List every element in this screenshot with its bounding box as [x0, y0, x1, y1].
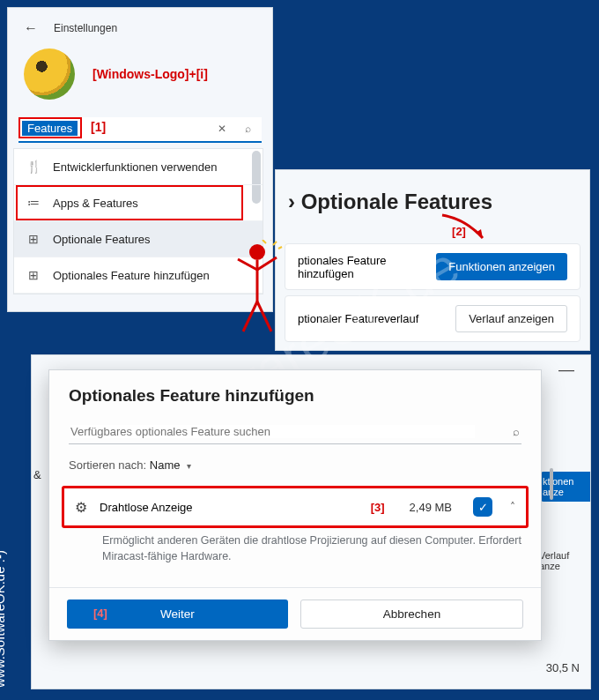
search-row: Features [1] ✕ ⌕ — [18, 117, 262, 143]
cancel-button[interactable]: Abbrechen — [300, 599, 523, 629]
puzzle-icon: ⚙ — [75, 499, 87, 516]
result-apps-features[interactable]: ≔ Apps & Features — [14, 185, 263, 221]
dialog-footer: [4] Weiter Abbrechen — [49, 587, 541, 640]
settings-title: Einstellungen — [54, 22, 117, 34]
result-label: Optionales Feature hinzufügen — [53, 269, 210, 282]
feature-history-label: ptionaler Featureverlauf — [298, 312, 418, 325]
feature-item-size: 2,49 MB — [410, 501, 452, 514]
feature-item-wireless-display[interactable]: ⚙ Drahtlose Anzeige [3] 2,49 MB ✓ ˄ — [62, 486, 529, 528]
settings-search-panel: ← Einstellungen [Windows-Logo]+[i] Featu… — [7, 7, 273, 312]
add-feature-dialog: Optionales Feature hinzufügen ⌕ Sortiere… — [48, 369, 542, 641]
annotation-2: [2] — [329, 225, 589, 238]
bg-scrollbar[interactable] — [550, 468, 553, 500]
result-label: Optionale Features — [53, 233, 151, 246]
breadcrumb: › Optionale Features — [276, 170, 589, 228]
chevron-down-icon: ▾ — [187, 461, 191, 471]
optional-features-panel: › Optionale Features [2] ptionales Featu… — [275, 169, 590, 351]
feature-item-name: Drahtlose Anzeige — [100, 501, 346, 514]
sort-row[interactable]: Sortieren nach: Name ▾ — [49, 453, 541, 480]
result-add-optional-feature[interactable]: ⊞ Optionales Feature hinzufügen — [14, 257, 263, 294]
shortcut-annotation: [Windows-Logo]+[i] — [92, 67, 208, 81]
result-developer-functions[interactable]: 🍴 Entwicklerfunktionen verwenden — [14, 149, 263, 185]
collapse-icon[interactable]: — — [558, 361, 574, 379]
bg-button-fragment-2[interactable]: Verlauf anze — [537, 547, 590, 574]
feature-search-input[interactable] — [70, 425, 475, 438]
result-label: Entwicklerfunktionen verwenden — [53, 160, 217, 174]
back-arrow-icon[interactable]: ← — [24, 20, 38, 36]
annotation-4: [4] — [93, 607, 107, 620]
bg-button-fragment-1[interactable]: ktionen anze — [541, 472, 590, 502]
add-feature-label: ptionales Feature hinzufügen — [298, 254, 436, 280]
search-selection: Features — [22, 121, 78, 136]
feature-checkbox[interactable]: ✓ — [473, 497, 492, 517]
sort-value: Name — [150, 458, 181, 472]
annotation-1: [1] — [91, 120, 106, 134]
add-feature-row: ptionales Feature hinzufügen Funktionen … — [285, 243, 581, 290]
apps-icon: ≔ — [26, 196, 41, 210]
clear-icon[interactable]: ✕ — [218, 123, 226, 135]
result-optional-features[interactable]: ⊞ Optionale Features — [14, 221, 263, 257]
breadcrumb-current: Optionale Features — [301, 190, 492, 213]
show-functions-button[interactable]: Funktionen anzeigen — [436, 253, 567, 280]
breadcrumb-sep: › — [288, 190, 295, 213]
developer-icon: 🍴 — [26, 160, 41, 174]
search-results: 🍴 Entwicklerfunktionen verwenden ≔ Apps … — [13, 148, 263, 294]
dialog-search-row: ⌕ — [69, 420, 521, 444]
dialog-title: Optionales Feature hinzufügen — [49, 370, 541, 416]
bg-fragment-left: & — [33, 468, 41, 481]
bg-size-fragment: 30,5 N — [546, 661, 580, 674]
feature-history-row: ptionaler Featureverlauf Verlauf anzeige… — [285, 295, 581, 342]
sort-label: Sortieren nach: — [69, 458, 146, 472]
result-label: Apps & Features — [53, 197, 138, 210]
next-button-label: Weiter — [160, 607, 195, 621]
search-icon[interactable]: ⌕ — [513, 425, 520, 438]
feature-item-description: Ermöglicht anderen Geräten die drahtlose… — [102, 533, 521, 564]
chevron-up-icon[interactable]: ˄ — [510, 501, 515, 513]
user-avatar[interactable] — [24, 48, 75, 100]
side-watermark: www.SoftwareOK.de :-) — [0, 550, 7, 688]
annotation-3: [3] — [371, 501, 385, 514]
next-button[interactable]: [4] Weiter — [67, 599, 288, 629]
grid-plus-icon: ⊞ — [26, 268, 41, 282]
grid-icon: ⊞ — [26, 232, 41, 246]
search-icon[interactable]: ⌕ — [245, 123, 251, 135]
show-history-button[interactable]: Verlauf anzeigen — [455, 305, 567, 332]
